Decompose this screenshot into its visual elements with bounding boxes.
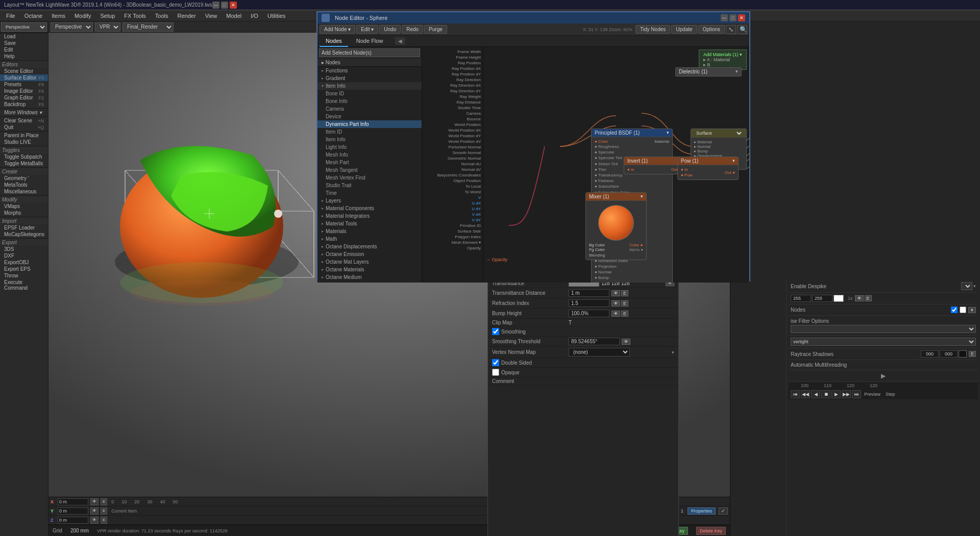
sidebar-dxf[interactable]: DXF (0, 252, 48, 259)
port-world-position-dy[interactable]: World Position dY (422, 133, 483, 139)
studio-trait-item[interactable]: Studio Trait (317, 182, 422, 189)
ne-search-button[interactable]: 🔍 (737, 25, 747, 34)
next-end-button[interactable]: ⏭ (852, 390, 861, 398)
port-ray-direction-dx[interactable]: Ray Direction dX (422, 83, 483, 88)
sidebar-quit[interactable]: Quit+Q (0, 124, 48, 131)
port-smooth-normal[interactable]: Smooth Normal (422, 150, 483, 156)
sidebar-scene-editor[interactable]: Scene Editor (0, 68, 48, 74)
sidebar-load[interactable]: Load (0, 33, 48, 40)
ne-close-button[interactable]: ✕ (738, 14, 745, 21)
material-integrators-category[interactable]: ▸ Material Integrators (317, 212, 422, 220)
item-info-category[interactable]: ▾ Item Info (317, 82, 422, 90)
undo-button[interactable]: Undo (379, 25, 401, 34)
minimize-button[interactable]: — (212, 2, 219, 9)
port-barycentric-coords[interactable]: Barycentric Coordinates (422, 172, 483, 178)
z-input[interactable] (58, 517, 88, 524)
raytrace-e-btn[interactable]: E (969, 351, 976, 357)
material-components-category[interactable]: ▸ Material Components (317, 205, 422, 212)
port-ray-distance[interactable]: Ray Distance (422, 99, 483, 105)
x-e-btn[interactable]: E (101, 498, 107, 505)
sidebar-export-eps[interactable]: Export EPS (0, 266, 48, 272)
mesh-tangent-item[interactable]: Mesh Tangent (317, 166, 422, 174)
sidebar-mocap-skelegons[interactable]: MoCapSkelegons (0, 231, 48, 238)
prev-end-button[interactable]: ⏮ (791, 390, 800, 398)
sidebar-throw[interactable]: Throw (0, 272, 48, 279)
nodes-right-btn[interactable]: ▾ (968, 307, 976, 313)
tab-nodes[interactable]: Nodes (320, 36, 348, 47)
refraction-index-input[interactable] (569, 299, 609, 307)
sidebar-presets[interactable]: PresetsF8 (0, 81, 48, 88)
sidebar-more-windows[interactable]: More Windows ▾ (0, 109, 48, 116)
device-item[interactable]: Device (317, 113, 422, 120)
port-normal-du[interactable]: Normal dU (422, 161, 483, 167)
math-category[interactable]: ▸ Math (317, 235, 422, 243)
y-input[interactable] (58, 507, 88, 515)
x-eye-btn[interactable]: 👁 (90, 498, 99, 505)
menu-tools[interactable]: Tools (151, 12, 173, 20)
port-ray-position-dy[interactable]: Ray Position dY (422, 71, 483, 77)
ne-minimize-button[interactable]: — (721, 14, 728, 21)
prev-button[interactable]: ◀ (811, 390, 820, 398)
raytrace-g-input[interactable] (940, 350, 958, 358)
sidebar-toggle-metaballs[interactable]: Toggle MetaBalls (0, 160, 48, 167)
menu-io[interactable]: I/O (247, 12, 262, 20)
sidebar-edit[interactable]: Edit (0, 46, 48, 53)
transmittance-dist-e-btn[interactable]: E (621, 290, 628, 296)
functions-category[interactable]: ▸ Functions (317, 67, 422, 74)
nodes-checkbox[interactable] (951, 307, 958, 313)
octane-osl-category[interactable]: ▸ Octane OSL (317, 281, 422, 283)
sidebar-image-editor[interactable]: Image EditorF6 (0, 88, 48, 94)
z-eye-btn[interactable]: 👁 (90, 517, 99, 524)
port-geometric-normal[interactable]: Geometric Normal (422, 156, 483, 161)
raytrace-r-input[interactable] (921, 350, 939, 358)
menu-utilities[interactable]: Utilities (263, 12, 289, 20)
lx-e-btn[interactable]: E (865, 295, 872, 301)
port-object-position[interactable]: Object Position (422, 178, 483, 184)
bump-height-input[interactable] (569, 310, 609, 317)
menu-setup[interactable]: Setup (96, 12, 119, 20)
materials-category[interactable]: ▸ Materials (317, 227, 422, 235)
node-canvas[interactable]: Add Materials (1) ▾ ▸ A : Material ▸ B S… (483, 47, 749, 283)
port-shutter-time[interactable]: Shutter Time (422, 105, 483, 111)
time-item[interactable]: Time (317, 189, 422, 197)
invert-node[interactable]: Invert (1) ▾ ● In Out ● (624, 157, 685, 174)
menu-model[interactable]: Model (222, 12, 246, 20)
sidebar-backdrop[interactable]: BackdropF5 (0, 101, 48, 108)
expand-button[interactable]: ▶ (789, 370, 978, 381)
tab-node-flow[interactable]: Node Flow (350, 36, 389, 47)
port-ray-direction[interactable]: Ray Direction (422, 77, 483, 83)
dielectric1-node[interactable]: Dielectric (1) ▾ (675, 67, 742, 76)
y-e-btn[interactable]: E (101, 507, 107, 515)
y-eye-btn[interactable]: 👁 (90, 507, 99, 515)
dynamics-part-info-item[interactable]: Dynamics Part Info (317, 120, 422, 128)
z-e-btn[interactable]: E (101, 517, 107, 524)
menu-render[interactable]: Render (174, 12, 200, 20)
viewport-type-select[interactable]: Perspective (1, 22, 47, 32)
sidebar-surface-editor[interactable]: Surface EditorF5 (0, 74, 48, 81)
transmittance-distance-input[interactable] (569, 289, 609, 297)
properties-button[interactable]: Properties (688, 507, 716, 515)
sidebar-execute-command[interactable]: Execute Command (0, 279, 48, 291)
add-node-button[interactable]: Add Node ▾ (320, 25, 355, 34)
light-info-item[interactable]: Light Info (317, 143, 422, 151)
mixer-node[interactable]: Mixer (1) ▾ Bg Color Fg Color Color ● Al… (585, 192, 647, 260)
close-button[interactable]: ✕ (230, 2, 237, 9)
layers-category[interactable]: ▸ Layers (317, 197, 422, 205)
port-normal-dv[interactable]: Normal dV (422, 167, 483, 172)
port-ray-weight[interactable]: Ray Weight (422, 94, 483, 99)
camera-item[interactable]: Camera (317, 105, 422, 113)
purge-button[interactable]: Purge (424, 25, 447, 34)
sidebar-morphs[interactable]: Morphs (0, 210, 48, 216)
mesh-part-item[interactable]: Mesh Part (317, 159, 422, 166)
octane-materials-category[interactable]: ▸ Octane Materials (317, 266, 422, 273)
ok-button[interactable]: ✓ (719, 507, 728, 515)
ne-zoom-fit-button[interactable]: ⤡ (726, 25, 736, 34)
octane-mat-layers-category[interactable]: ▸ Octane Mat Layers (317, 258, 422, 266)
nodes-category-header[interactable]: ▸ Nodes (317, 59, 422, 67)
mesh-info-item[interactable]: Mesh Info (317, 151, 422, 159)
port-mesh-element[interactable]: Mesh Element ▾ (422, 240, 483, 245)
port-frame-height[interactable]: Frame Height (422, 55, 483, 60)
edit-button[interactable]: Edit ▾ (356, 25, 378, 34)
color-g-input[interactable] (812, 295, 832, 302)
pow-node[interactable]: Pow (1) ▾ ● In ● Pow Out ● (677, 157, 739, 180)
